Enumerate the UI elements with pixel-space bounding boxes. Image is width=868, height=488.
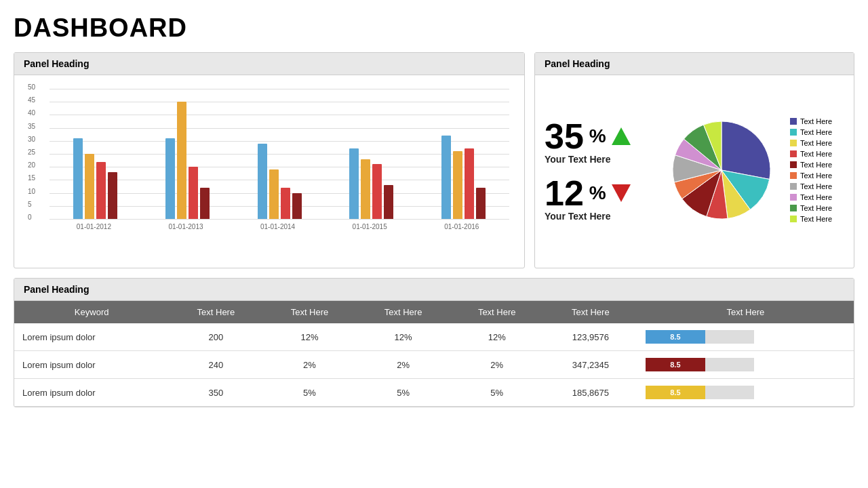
table-cell: 5% <box>357 379 450 407</box>
table-column-header: Text Here <box>262 301 356 323</box>
pie-chart-svg <box>667 116 776 224</box>
table-cell: 350 <box>169 379 262 407</box>
stat1-pct: % <box>589 127 606 146</box>
table-column-header: Text Here <box>357 301 450 323</box>
bar-chart-panel-body: 5045403530252015105001-01-201201-01-2013… <box>14 75 524 268</box>
table-cell: 200 <box>169 323 262 351</box>
dashboard-title: DASHBOARD <box>14 14 854 43</box>
legend-label: Text Here <box>800 204 832 212</box>
stat1-number: 35% <box>545 119 653 154</box>
table-cell: 12% <box>357 323 450 351</box>
legend-label: Text Here <box>800 215 832 223</box>
legend-color-dot <box>790 161 797 168</box>
table-cell: 2% <box>357 351 450 379</box>
top-panels-row: Panel Heading 5045403530252015105001-01-… <box>14 52 854 268</box>
table-cell: 12% <box>262 323 356 351</box>
table-column-header: Text Here <box>544 301 637 323</box>
legend-label: Text Here <box>800 193 832 201</box>
table-cell: Lorem ipsum dolor <box>14 323 169 351</box>
stat1-block: 35% Your Text Here <box>545 119 653 165</box>
table-column-header: Text Here <box>450 301 544 323</box>
legend-color-dot <box>790 140 797 146</box>
table-cell: Lorem ipsum dolor <box>14 351 169 379</box>
legend-label: Text Here <box>800 171 832 180</box>
table-cell: 123,9576 <box>544 323 637 351</box>
legend-item: Text Here <box>790 193 844 201</box>
legend-label: Text Here <box>800 117 832 125</box>
bar-chart-panel-heading: Panel Heading <box>14 53 524 75</box>
legend-item: Text Here <box>790 128 844 136</box>
stat2-value: 12 <box>545 176 584 211</box>
pie-legend: Text HereText HereText HereText HereText… <box>790 117 844 223</box>
legend-item: Text Here <box>790 171 844 180</box>
table-cell: 185,8675 <box>544 379 637 407</box>
legend-color-dot <box>790 118 797 125</box>
stat2-block: 12% Your Text Here <box>545 176 653 222</box>
table-cell: 5% <box>450 379 544 407</box>
pie-svg-col <box>660 116 783 224</box>
progress-bar-container: 8.5 <box>646 358 754 371</box>
legend-color-dot <box>790 172 797 179</box>
legend-label: Text Here <box>800 139 832 147</box>
table-row: Lorem ipsum dolor20012%12%12%123,9576 8.… <box>14 323 854 351</box>
progress-bar-filled: 8.5 <box>646 330 705 344</box>
legend-label: Text Here <box>800 150 832 158</box>
legend-item: Text Here <box>790 204 844 212</box>
stat1-value: 35 <box>545 119 584 154</box>
table-column-header: Text Here <box>169 301 262 323</box>
table-cell: Lorem ipsum dolor <box>14 379 169 407</box>
table-cell: 2% <box>450 351 544 379</box>
legend-color-dot <box>790 129 797 136</box>
progress-bar-container: 8.5 <box>646 330 754 344</box>
bar-chart-panel: Panel Heading 5045403530252015105001-01-… <box>14 52 525 268</box>
table-panel: Panel Heading KeywordText HereText HereT… <box>14 278 854 407</box>
table-panel-body: KeywordText HereText HereText HereText H… <box>14 301 854 407</box>
table-column-header: Text Here <box>637 301 854 323</box>
legend-item: Text Here <box>790 161 844 169</box>
legend-label: Text Here <box>800 161 832 169</box>
table-cell: 5% <box>262 379 356 407</box>
legend-item: Text Here <box>790 182 844 190</box>
data-table: KeywordText HereText HereText HereText H… <box>14 301 854 407</box>
legend-item: Text Here <box>790 215 844 223</box>
table-row: Lorem ipsum dolor2402%2%2%347,2345 8.5 <box>14 351 854 379</box>
legend-label: Text Here <box>800 182 832 190</box>
table-column-header: Keyword <box>14 301 169 323</box>
progress-bar-empty <box>705 330 754 344</box>
legend-color-dot <box>790 183 797 190</box>
legend-color-dot <box>790 150 797 157</box>
legend-color-dot <box>790 205 797 211</box>
stat1-label: Your Text Here <box>545 154 653 165</box>
progress-bar-filled: 8.5 <box>646 358 705 371</box>
stat1-arrow-up-icon <box>612 127 631 145</box>
stat2-pct: % <box>589 184 606 203</box>
stat2-label: Your Text Here <box>545 211 653 222</box>
progress-bar-container: 8.5 <box>646 386 754 399</box>
table-progress-cell: 8.5 <box>637 379 854 407</box>
table-progress-cell: 8.5 <box>637 351 854 379</box>
table-cell: 12% <box>450 323 544 351</box>
legend-item: Text Here <box>790 139 844 147</box>
table-cell: 347,2345 <box>544 351 637 379</box>
legend-item: Text Here <box>790 150 844 158</box>
table-cell: 240 <box>169 351 262 379</box>
legend-label: Text Here <box>800 128 832 136</box>
stats-col: 35% Your Text Here 12% Your Text Here <box>545 119 653 222</box>
progress-bar-empty <box>705 386 754 399</box>
table-cell: 2% <box>262 351 356 379</box>
progress-bar-filled: 8.5 <box>646 386 705 399</box>
pie-chart-panel-body: 35% Your Text Here 12% Your Text Here Te… <box>535 75 854 265</box>
table-panel-heading: Panel Heading <box>14 279 854 301</box>
legend-color-dot <box>790 216 797 222</box>
stat2-number: 12% <box>545 176 653 211</box>
legend-item: Text Here <box>790 117 844 125</box>
legend-color-dot <box>790 194 797 201</box>
bar-chart-area: 5045403530252015105001-01-201201-01-2013… <box>22 83 516 260</box>
stat2-arrow-down-icon <box>612 184 631 202</box>
table-progress-cell: 8.5 <box>637 323 854 351</box>
progress-bar-empty <box>705 358 754 371</box>
pie-chart-panel-heading: Panel Heading <box>535 53 854 75</box>
table-row: Lorem ipsum dolor3505%5%5%185,8675 8.5 <box>14 379 854 407</box>
pie-chart-panel: Panel Heading 35% Your Text Here 12% You… <box>534 52 854 268</box>
